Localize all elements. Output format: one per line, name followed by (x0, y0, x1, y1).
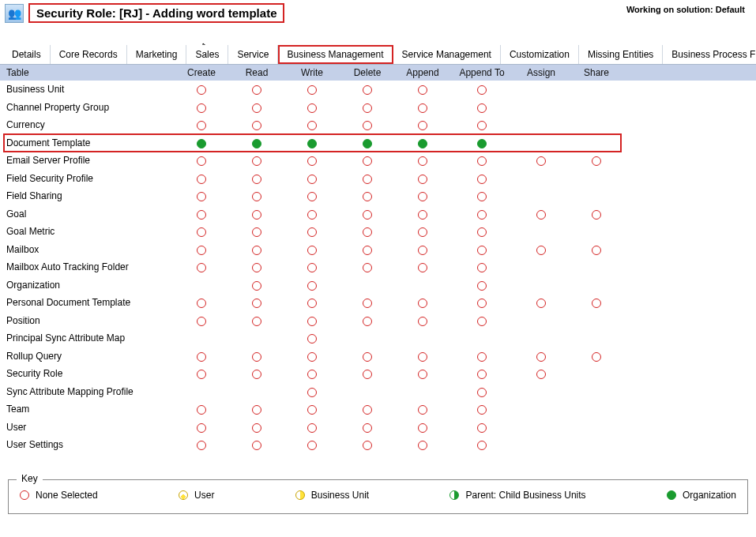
privilege-cell[interactable] (450, 173, 513, 184)
privilege-cell[interactable] (174, 226, 229, 237)
privilege-cell[interactable] (229, 102, 284, 113)
privilege-cell[interactable] (174, 439, 229, 450)
privilege-cell[interactable] (229, 155, 284, 166)
privilege-cell[interactable] (174, 315, 229, 326)
tab-customization[interactable]: Customization (501, 45, 579, 64)
privilege-cell[interactable] (229, 208, 284, 220)
privilege-cell[interactable] (569, 155, 624, 166)
privilege-cell[interactable] (174, 173, 229, 184)
privilege-cell[interactable] (513, 351, 569, 362)
privilege-cell[interactable] (229, 280, 284, 291)
privilege-cell[interactable] (450, 422, 513, 433)
privilege-cell[interactable] (395, 226, 450, 237)
privilege-cell[interactable] (450, 386, 513, 397)
privilege-cell[interactable] (229, 226, 284, 237)
privilege-cell[interactable] (450, 368, 513, 379)
privilege-cell[interactable] (284, 332, 340, 344)
privilege-cell[interactable] (340, 422, 395, 433)
privilege-cell[interactable] (450, 137, 513, 148)
privilege-cell[interactable] (284, 261, 340, 272)
privilege-cell[interactable] (395, 208, 450, 220)
privilege-cell[interactable] (229, 404, 284, 415)
privilege-cell[interactable] (229, 439, 284, 450)
privilege-cell[interactable] (450, 102, 513, 113)
privilege-cell[interactable] (395, 351, 450, 362)
privilege-cell[interactable] (229, 119, 284, 130)
privilege-cell[interactable] (174, 404, 229, 415)
privilege-cell[interactable] (284, 119, 340, 130)
privilege-cell[interactable] (395, 261, 450, 272)
privilege-cell[interactable] (340, 190, 395, 201)
privilege-cell[interactable] (450, 404, 513, 415)
privilege-cell[interactable] (174, 119, 229, 130)
privilege-cell[interactable] (284, 386, 340, 397)
privilege-cell[interactable] (229, 244, 284, 255)
privilege-cell[interactable] (395, 190, 450, 201)
privilege-cell[interactable] (284, 297, 340, 308)
privilege-cell[interactable] (340, 208, 395, 220)
privilege-cell[interactable] (340, 404, 395, 415)
tab-missing-entities[interactable]: Missing Entities (579, 45, 663, 64)
privilege-cell[interactable] (284, 351, 340, 362)
privilege-cell[interactable] (450, 297, 513, 308)
privilege-cell[interactable] (395, 102, 450, 113)
privilege-cell[interactable] (229, 190, 284, 201)
privilege-cell[interactable] (229, 315, 284, 326)
privilege-cell[interactable] (284, 102, 340, 113)
tab-service-management[interactable]: Service Management (393, 45, 501, 64)
privilege-cell[interactable] (229, 137, 284, 148)
privilege-cell[interactable] (340, 368, 395, 379)
privilege-cell[interactable] (340, 261, 395, 272)
privilege-cell[interactable] (229, 368, 284, 379)
privilege-cell[interactable] (229, 297, 284, 308)
privilege-cell[interactable] (174, 261, 229, 272)
privilege-cell[interactable] (450, 155, 513, 166)
privilege-cell[interactable] (450, 351, 513, 362)
privilege-cell[interactable] (340, 351, 395, 362)
privilege-cell[interactable] (174, 351, 229, 362)
tab-business-management[interactable]: Business Management (278, 45, 393, 64)
privilege-cell[interactable] (513, 368, 569, 379)
privilege-cell[interactable] (174, 422, 229, 433)
privilege-cell[interactable] (284, 137, 340, 148)
privilege-cell[interactable] (284, 226, 340, 237)
privilege-cell[interactable] (569, 297, 624, 308)
privilege-cell[interactable] (395, 439, 450, 450)
privilege-cell[interactable] (284, 208, 340, 220)
privilege-cell[interactable] (174, 84, 229, 95)
tab-core-records[interactable]: Core Records (51, 45, 127, 64)
privilege-cell[interactable] (340, 84, 395, 95)
privilege-cell[interactable] (569, 351, 624, 362)
privilege-cell[interactable] (450, 84, 513, 95)
privilege-cell[interactable] (284, 84, 340, 95)
privilege-cell[interactable] (284, 404, 340, 415)
privilege-cell[interactable] (340, 297, 395, 308)
tab-sales[interactable]: Sales (186, 45, 228, 64)
privilege-cell[interactable] (229, 173, 284, 184)
tab-marketing[interactable]: Marketing (127, 45, 187, 64)
privilege-cell[interactable] (284, 315, 340, 326)
privilege-cell[interactable] (513, 244, 569, 255)
privilege-cell[interactable] (284, 190, 340, 201)
privilege-cell[interactable] (174, 190, 229, 201)
privilege-cell[interactable] (395, 422, 450, 433)
tab-service[interactable]: Service (228, 45, 278, 64)
tab-business-process-flows[interactable]: Business Process Flows (663, 45, 756, 64)
privilege-cell[interactable] (395, 84, 450, 95)
privilege-cell[interactable] (340, 119, 395, 130)
privilege-cell[interactable] (284, 280, 340, 291)
privilege-cell[interactable] (450, 119, 513, 130)
privilege-cell[interactable] (284, 173, 340, 184)
privilege-cell[interactable] (174, 208, 229, 220)
privilege-cell[interactable] (569, 244, 624, 255)
privilege-cell[interactable] (174, 368, 229, 379)
privilege-cell[interactable] (395, 119, 450, 130)
privilege-cell[interactable] (395, 404, 450, 415)
privilege-cell[interactable] (395, 155, 450, 166)
privilege-cell[interactable] (229, 351, 284, 362)
privilege-cell[interactable] (284, 244, 340, 255)
privilege-cell[interactable] (395, 297, 450, 308)
privilege-cell[interactable] (450, 439, 513, 450)
privilege-cell[interactable] (395, 315, 450, 326)
privilege-cell[interactable] (229, 422, 284, 433)
